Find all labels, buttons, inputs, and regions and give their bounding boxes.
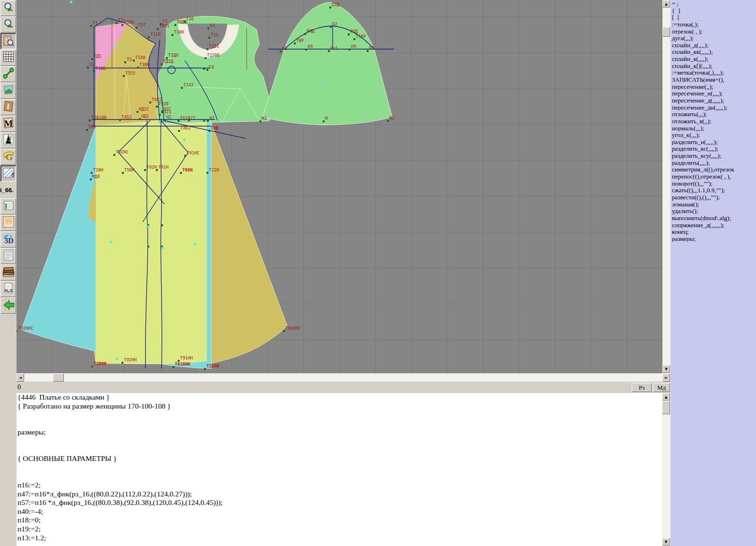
canvas-hscroll-thumb[interactable] <box>53 374 64 382</box>
canvas-scroll-left-icon[interactable]: ◄ <box>17 374 24 382</box>
photo-button[interactable] <box>0 215 16 231</box>
point-label: Т17 <box>138 23 146 27</box>
command-item[interactable]: пересечение_дн(,,,,,); <box>670 104 756 111</box>
command-item[interactable]: отложить(,,,); <box>670 111 756 118</box>
editor-line: { ОСНОВНЫЕ ПАРАМЕТРЫ } <box>16 454 662 463</box>
command-item[interactable]: отложить_в(,,); <box>670 118 756 125</box>
point-marker <box>149 102 151 103</box>
point-marker <box>367 50 369 52</box>
zoom-out-button[interactable] <box>0 17 16 33</box>
editor-vscroll-thumb[interactable] <box>662 401 670 414</box>
back-arrow-button[interactable] <box>0 298 16 314</box>
editor-line <box>16 446 662 455</box>
point-label: ТД1 <box>94 54 101 59</box>
point-label: НД1С <box>139 107 149 111</box>
point-label: Ч2 <box>166 115 172 119</box>
command-item[interactable]: нормаль(,,,); <box>670 125 756 132</box>
point-marker <box>204 368 206 370</box>
editor-scroll-up-icon[interactable]: ▲ <box>662 393 670 401</box>
alg-file-button[interactable]: ALG <box>0 281 16 297</box>
editor-line: п13:=1.2; <box>16 534 662 543</box>
books-button[interactable] <box>0 264 16 281</box>
command-item[interactable]: конец; <box>670 228 756 235</box>
canvas-hscrollbar[interactable] <box>17 374 670 382</box>
command-item[interactable]: развести((),(),,,""); <box>670 194 756 201</box>
books-icon <box>2 265 15 280</box>
command-item[interactable]: перенос((),отрезок( , ), <box>670 173 756 180</box>
command-item[interactable]: пересечение(,,); <box>670 83 756 90</box>
snap-marker <box>183 138 186 141</box>
command-item[interactable]: пересечение_д(,,,,,); <box>670 97 756 104</box>
command-item[interactable]: сплайн_д(,,,,); <box>670 42 756 49</box>
alg-file-icon: ALG <box>3 282 14 296</box>
command-list-panel: = ;{ }[ ]:=точка(,);отрезок( , );дуга(,,… <box>670 0 756 546</box>
drawing-canvas[interactable]: Т1Т3Т30БТ17Т2ТВП1Т16Т66БХ1Т10НТ11ПТ15Т15… <box>17 0 662 373</box>
pattern-card-button[interactable] <box>0 99 16 115</box>
editor-vscrollbar[interactable] <box>662 393 670 546</box>
command-item[interactable]: разделить_кс(,,,,); <box>670 145 756 152</box>
drafting-tools-button[interactable] <box>0 132 16 148</box>
canvas-scroll-up-icon[interactable]: ▲ <box>662 0 670 8</box>
command-item[interactable]: ломаная(); <box>670 201 756 208</box>
point-label: М1 <box>262 116 267 121</box>
zoom-in-button[interactable] <box>0 0 16 16</box>
algorithm-editor[interactable]: {4446 Платье со складками }{ Разработано… <box>16 393 662 546</box>
command-item[interactable]: [ ] <box>670 14 756 21</box>
grid-button[interactable] <box>0 50 16 66</box>
point-label: Т91НС <box>187 151 199 155</box>
canvas-scroll-down-icon[interactable]: ▼ <box>662 365 670 373</box>
command-item[interactable]: сопряжение_д(,,,,,,); <box>670 222 756 229</box>
point-label: О2Д <box>332 2 339 7</box>
canvas-vscroll-thumb[interactable] <box>662 27 670 37</box>
snap-marker <box>162 247 164 249</box>
command-item[interactable]: :=метка(точка(,),,,,); <box>670 69 756 76</box>
pattern-view-icon <box>3 35 14 48</box>
g-letter-button[interactable]: G <box>0 149 16 165</box>
model-m-button[interactable]: M <box>0 116 16 132</box>
rz-button[interactable]: Рз <box>632 383 652 392</box>
command-item[interactable]: симметрия_л((),отрезок <box>670 166 756 173</box>
command-item[interactable]: пересечение_н(,,,,); <box>670 90 756 97</box>
command-item[interactable]: разделить(,,,,); <box>670 159 756 166</box>
pattern-view-button[interactable] <box>0 33 16 49</box>
command-item[interactable]: выполнить(dmod\.alg); <box>670 214 756 222</box>
point-marker <box>116 22 118 24</box>
command-item[interactable]: размеры; <box>670 235 756 242</box>
measure-segment-button[interactable] <box>0 66 16 82</box>
point-marker <box>121 24 123 26</box>
point-marker <box>113 154 115 156</box>
command-item[interactable]: угол_к(,,,); <box>670 131 756 138</box>
document-list-button[interactable] <box>0 248 16 264</box>
editor-scroll-down-icon[interactable]: ▼ <box>662 538 670 546</box>
command-item[interactable]: { } <box>670 7 756 14</box>
command-item[interactable]: удалить(); <box>670 207 756 214</box>
md-button[interactable]: Мд <box>653 383 670 392</box>
command-item[interactable]: сжать((),,,1.1,0.9,""); <box>670 187 756 194</box>
command-item[interactable]: :=точка(,); <box>670 21 756 28</box>
command-item[interactable]: дуга(,,,); <box>670 34 756 42</box>
canvas-vscrollbar[interactable] <box>662 0 670 373</box>
table-button[interactable] <box>0 198 16 214</box>
editor-line: п47:=п16*л_фнк(рз_16,((80,0.22),(112,0.2… <box>16 490 662 499</box>
status-value: 0 <box>17 384 21 391</box>
point-label: Т20НН <box>94 361 106 366</box>
command-item[interactable]: сплайн_к(,,,,); <box>670 55 756 62</box>
command-item[interactable]: ЗАПИСАТЬ(имя=(), <box>670 76 756 83</box>
table-icon <box>3 200 14 213</box>
ruler-8-button[interactable]: 8 <box>0 165 16 181</box>
command-item[interactable]: сплайн_к[](,,,,); <box>670 62 756 69</box>
command-item[interactable]: отрезок( , ); <box>670 28 756 35</box>
point-marker <box>121 362 123 364</box>
point-label: Т91Н <box>158 165 169 170</box>
image-button[interactable] <box>0 83 16 99</box>
point-marker <box>119 119 121 121</box>
command-item[interactable]: = ; <box>670 0 756 7</box>
command-item[interactable]: поворот((),,,""); <box>670 180 756 187</box>
command-item[interactable]: разделить_н(,,,,,); <box>670 138 756 145</box>
command-item[interactable]: разделить_ксу(,,,,); <box>670 152 756 159</box>
command-item[interactable]: сплайн_кк(,,,,,); <box>670 48 756 55</box>
3d-button[interactable]: 3D <box>0 231 16 247</box>
canvas-scroll-right-icon[interactable]: ► <box>662 374 670 382</box>
point-label: Т148 <box>135 55 146 60</box>
point-marker <box>349 49 351 51</box>
